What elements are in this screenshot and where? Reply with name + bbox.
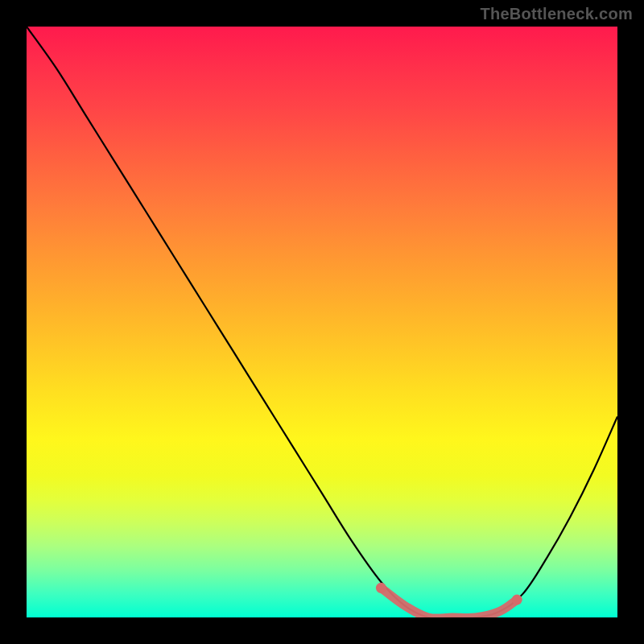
plot-area	[27, 27, 617, 617]
watermark-text: TheBottleneck.com	[480, 5, 633, 23]
heat-gradient	[27, 27, 617, 617]
chart-frame: TheBottleneck.com	[0, 0, 644, 644]
